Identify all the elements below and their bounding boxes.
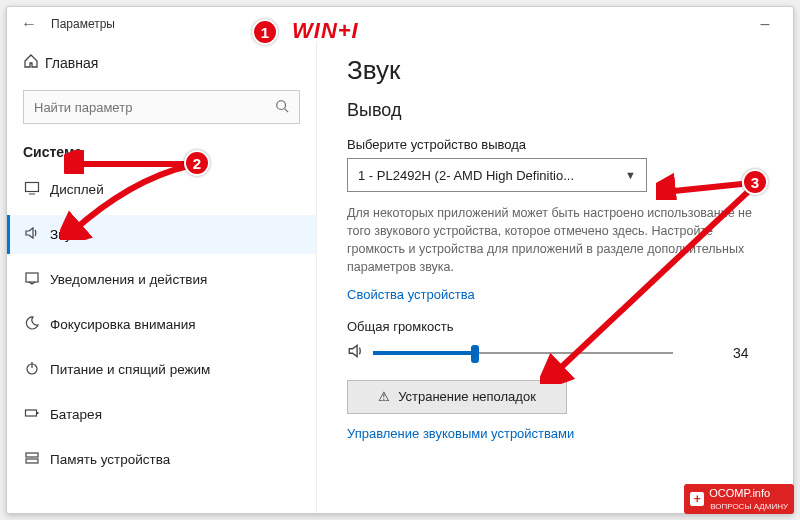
volume-slider[interactable] [373, 343, 673, 363]
settings-window: ← Параметры – Главная Система ДисплейЗву… [6, 6, 794, 514]
content-pane: Звук Вывод Выберите устройство вывода 1 … [317, 41, 793, 513]
volume-row: 34 [347, 342, 763, 364]
output-description: Для некоторых приложений может быть наст… [347, 204, 757, 277]
sidebar: Главная Система ДисплейЗвукУведомления и… [7, 41, 317, 513]
sidebar-home[interactable]: Главная [7, 45, 316, 80]
sidebar-item-power[interactable]: Питание и спящий режим [7, 350, 316, 389]
svg-line-1 [285, 108, 289, 112]
power-icon [24, 360, 50, 379]
back-button[interactable]: ← [15, 15, 43, 33]
svg-rect-9 [26, 453, 38, 457]
warning-icon: ⚠ [378, 389, 390, 404]
annotation-badge-1: 1 [252, 19, 278, 45]
svg-point-0 [277, 100, 286, 109]
output-device-dropdown[interactable]: 1 - PL2492H (2- AMD High Definitio... ▼ [347, 158, 647, 192]
svg-rect-7 [26, 410, 37, 416]
annotation-badge-2: 2 [184, 150, 210, 176]
display-icon [24, 180, 50, 199]
search-icon [275, 99, 289, 116]
troubleshoot-label: Устранение неполадок [398, 389, 536, 404]
sidebar-item-label: Звук [50, 227, 78, 242]
sidebar-item-label: Фокусировка внимания [50, 317, 196, 332]
sidebar-item-sound[interactable]: Звук [7, 215, 316, 254]
annotation-badge-3: 3 [742, 169, 768, 195]
troubleshoot-button[interactable]: ⚠ Устранение неполадок [347, 380, 567, 414]
watermark-sub: ВОПРОСЫ АДМИНУ [710, 502, 788, 511]
watermark-tld: .info [749, 487, 770, 499]
output-device-label: Выберите устройство вывода [347, 137, 763, 152]
sidebar-item-label: Уведомления и действия [50, 272, 207, 287]
sidebar-item-label: Дисплей [50, 182, 104, 197]
svg-rect-8 [37, 412, 39, 414]
minimize-button[interactable]: – [745, 15, 785, 33]
manage-devices-link[interactable]: Управление звуковыми устройствами [347, 426, 574, 441]
master-volume-label: Общая громкость [347, 319, 763, 334]
sidebar-item-label: Память устройства [50, 452, 170, 467]
output-device-selected: 1 - PL2492H (2- AMD High Definitio... [358, 168, 625, 183]
svg-rect-10 [26, 459, 38, 463]
focus-icon [24, 315, 50, 334]
window-title: Параметры [51, 17, 115, 31]
chevron-down-icon: ▼ [625, 169, 636, 181]
speaker-icon[interactable] [347, 342, 373, 364]
sidebar-item-notif[interactable]: Уведомления и действия [7, 260, 316, 299]
sidebar-section-label: Система [7, 136, 316, 170]
device-properties-link[interactable]: Свойства устройства [347, 287, 475, 302]
watermark-plus-icon: + [690, 492, 704, 506]
sidebar-search[interactable] [23, 90, 300, 124]
sidebar-item-focus[interactable]: Фокусировка внимания [7, 305, 316, 344]
search-input[interactable] [34, 100, 275, 115]
page-heading: Звук [347, 55, 763, 86]
sidebar-item-display[interactable]: Дисплей [7, 170, 316, 209]
notif-icon [24, 270, 50, 289]
battery-icon [24, 405, 50, 424]
sidebar-item-storage[interactable]: Память устройства [7, 440, 316, 479]
sidebar-home-label: Главная [45, 55, 98, 71]
storage-icon [24, 450, 50, 469]
svg-rect-4 [26, 273, 38, 282]
titlebar: ← Параметры – [7, 7, 793, 41]
sound-icon [24, 225, 50, 244]
watermark: + OCOMP.info ВОПРОСЫ АДМИНУ [684, 484, 794, 514]
sidebar-item-label: Питание и спящий режим [50, 362, 210, 377]
annotation-hotkey: WIN+I [292, 18, 359, 44]
home-icon [23, 53, 45, 72]
volume-value: 34 [733, 345, 749, 361]
svg-rect-2 [26, 183, 39, 192]
watermark-brand: OCOMP [709, 487, 749, 499]
sidebar-item-battery[interactable]: Батарея [7, 395, 316, 434]
output-heading: Вывод [347, 100, 763, 121]
sidebar-item-label: Батарея [50, 407, 102, 422]
